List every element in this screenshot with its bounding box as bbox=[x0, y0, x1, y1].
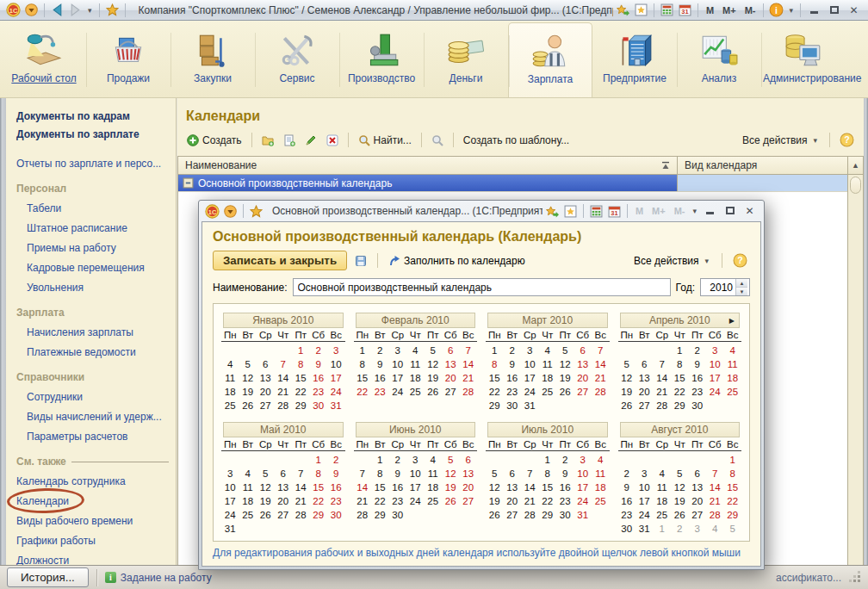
calendar-day-cell[interactable]: 27 bbox=[636, 399, 654, 412]
calendar-day-cell[interactable]: 8 bbox=[371, 467, 389, 480]
calendar-day-cell[interactable]: 15 bbox=[486, 371, 504, 385]
calendar-day-cell[interactable]: 18 bbox=[406, 371, 425, 385]
calendar-day-cell[interactable]: 18 bbox=[654, 494, 672, 508]
calendar-day-cell[interactable]: 13 bbox=[504, 480, 522, 494]
dialog-all-actions-button[interactable]: Все действия ▾ bbox=[631, 253, 714, 269]
calendar-day-cell[interactable]: 1 bbox=[671, 344, 689, 357]
calculator-icon[interactable] bbox=[659, 3, 675, 17]
dialog-maximize-button[interactable] bbox=[721, 202, 739, 220]
calendar-day-cell[interactable]: 4 bbox=[706, 522, 724, 536]
calendar-day-cell[interactable]: 18 bbox=[539, 371, 557, 385]
calendar-day-cell[interactable]: 18 bbox=[425, 480, 443, 494]
calendar-day-cell[interactable]: 11 bbox=[724, 357, 742, 371]
calendar-day-cell[interactable]: 25 bbox=[539, 385, 557, 399]
tab-production[interactable]: Производство bbox=[339, 21, 424, 97]
all-actions-button[interactable]: Все действия ▾ bbox=[740, 133, 822, 148]
tab-purchases[interactable]: Закупки bbox=[170, 21, 255, 97]
calendar-day-cell[interactable]: 31 bbox=[221, 522, 239, 536]
calendar-day-cell[interactable]: 23 bbox=[310, 385, 328, 399]
calendar-day-cell[interactable]: 10 bbox=[521, 357, 539, 371]
save-button[interactable] bbox=[352, 253, 369, 269]
calendar-day-cell[interactable]: 2 bbox=[671, 522, 689, 536]
calendar-day-cell[interactable]: 10 bbox=[636, 480, 654, 494]
calendar-day-cell[interactable]: 30 bbox=[556, 508, 574, 522]
calendar-day-cell[interactable]: 13 bbox=[574, 357, 592, 371]
calendar-day-cell[interactable]: 5 bbox=[556, 344, 574, 357]
calendar-day-cell[interactable]: 11 bbox=[406, 357, 425, 371]
calendar-day-cell[interactable]: 12 bbox=[556, 357, 574, 371]
sidebar-item[interactable]: Виды рабочего времени bbox=[16, 515, 133, 527]
favorites-list-icon[interactable] bbox=[562, 204, 579, 219]
close-button[interactable]: ✕ bbox=[845, 2, 863, 19]
calendar-day-cell[interactable]: 26 bbox=[671, 508, 689, 522]
calendar-day-cell[interactable]: 11 bbox=[592, 467, 610, 480]
calendar-day-cell[interactable]: 6 bbox=[574, 344, 592, 357]
tab-analysis[interactable]: Анализ bbox=[677, 21, 761, 97]
calendar-day-cell[interactable]: 24 bbox=[221, 508, 239, 522]
sidebar-item[interactable]: Графики работы bbox=[16, 535, 96, 547]
calendar-day-cell[interactable]: 13 bbox=[460, 467, 478, 480]
calendar-day-cell[interactable]: 9 bbox=[504, 357, 522, 371]
calendar-day-cell[interactable]: 21 bbox=[275, 385, 293, 399]
sidebar-item-1[interactable]: Документы по зарплате bbox=[16, 128, 170, 140]
calendar-day-cell[interactable]: 4 bbox=[539, 344, 557, 357]
month-header-button[interactable]: Май 2010 bbox=[223, 422, 344, 437]
calendar-day-cell[interactable]: 5 bbox=[671, 467, 689, 480]
calendar-day-cell[interactable]: 5 bbox=[724, 522, 742, 536]
calendar-day-cell[interactable]: 15 bbox=[292, 371, 310, 385]
calendar-day-cell[interactable]: 18 bbox=[592, 480, 610, 494]
calendar-day-cell[interactable]: 9 bbox=[389, 467, 407, 480]
calendar-day-cell[interactable]: 21 bbox=[521, 494, 539, 508]
calendar-day-cell[interactable]: 10 bbox=[221, 480, 239, 494]
calendar-day-cell[interactable]: 29 bbox=[724, 508, 742, 522]
calendar-day-cell[interactable]: 21 bbox=[654, 385, 672, 399]
calendar-day-cell[interactable]: 25 bbox=[654, 508, 672, 522]
create-group-button[interactable] bbox=[259, 133, 276, 148]
calendar-day-cell[interactable]: 13 bbox=[275, 480, 293, 494]
calendar-day-cell[interactable]: 9 bbox=[327, 467, 345, 480]
calendar-day-cell[interactable]: 28 bbox=[275, 399, 293, 412]
nav-back-icon[interactable] bbox=[49, 3, 65, 17]
year-field[interactable] bbox=[701, 279, 735, 295]
calendar-day-cell[interactable]: 7 bbox=[354, 467, 372, 480]
calendar-day-cell[interactable]: 13 bbox=[257, 371, 275, 385]
calendar-day-cell[interactable]: 16 bbox=[310, 371, 328, 385]
calendar-day-cell[interactable]: 26 bbox=[618, 399, 636, 412]
calendar-day-cell[interactable]: 22 bbox=[671, 385, 689, 399]
calendar-day-cell[interactable]: 29 bbox=[371, 508, 389, 522]
calendar-day-cell[interactable]: 3 bbox=[221, 467, 239, 480]
calendar-day-cell[interactable]: 13 bbox=[636, 371, 654, 385]
sidebar-item[interactable]: Табели bbox=[27, 202, 61, 214]
chevron-down-icon[interactable]: ▾ bbox=[690, 207, 699, 215]
calendar-day-cell[interactable]: 2 bbox=[389, 453, 407, 467]
calendar-day-cell[interactable]: 4 bbox=[239, 467, 257, 480]
calendar-day-cell[interactable]: 22 bbox=[539, 494, 557, 508]
month-header-button[interactable]: Январь 2010 bbox=[223, 313, 344, 328]
tab-administration[interactable]: Администрирование bbox=[761, 21, 846, 97]
calendar-day-cell[interactable]: 17 bbox=[574, 480, 592, 494]
calendar-day-cell[interactable]: 22 bbox=[292, 385, 310, 399]
calendar-day-cell[interactable]: 26 bbox=[442, 494, 460, 508]
calendar-day-cell[interactable]: 13 bbox=[689, 480, 707, 494]
dialog-close-button[interactable]: ✕ bbox=[741, 202, 759, 220]
sidebar-item[interactable]: Календарь сотрудника bbox=[16, 475, 126, 487]
calendar-day-cell[interactable]: 14 bbox=[592, 357, 610, 371]
clear-find-button[interactable] bbox=[429, 133, 446, 148]
calendar-day-cell[interactable]: 19 bbox=[486, 494, 504, 508]
calendar-day-cell[interactable]: 1 bbox=[354, 344, 372, 357]
calendar-day-cell[interactable]: 26 bbox=[257, 508, 275, 522]
calendar-day-cell[interactable]: 21 bbox=[592, 371, 610, 385]
calendar-day-cell[interactable]: 21 bbox=[706, 494, 724, 508]
calendar-day-cell[interactable]: 19 bbox=[239, 385, 257, 399]
calendar-day-cell[interactable]: 7 bbox=[521, 467, 539, 480]
calendar-day-cell[interactable]: 1 bbox=[654, 522, 672, 536]
calendar-day-cell[interactable]: 28 bbox=[706, 508, 724, 522]
calendar-day-cell[interactable]: 31 bbox=[521, 399, 539, 412]
calendar-day-cell[interactable]: 6 bbox=[275, 467, 293, 480]
calendar-day-cell[interactable]: 2 bbox=[689, 344, 707, 357]
calendar-day-cell[interactable]: 4 bbox=[221, 357, 239, 371]
calendar-day-cell[interactable]: 30 bbox=[327, 508, 345, 522]
calendar-day-cell[interactable]: 24 bbox=[521, 385, 539, 399]
calendar-day-cell[interactable]: 17 bbox=[406, 480, 425, 494]
calendar-day-cell[interactable]: 16 bbox=[504, 371, 522, 385]
